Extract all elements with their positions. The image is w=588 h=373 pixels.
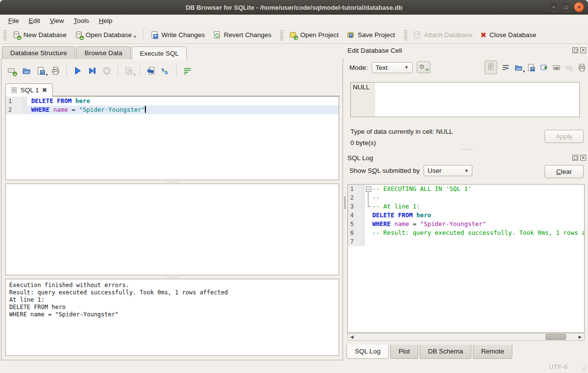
splitter-handle[interactable] <box>346 147 588 151</box>
menu-help[interactable]: Help <box>95 16 117 25</box>
sql-editor-toolbar: + ▾ ▾ ba <box>5 63 194 79</box>
save-sql-file-icon[interactable]: ▾ <box>37 66 45 75</box>
toolbar-drag-handle[interactable] <box>280 30 284 41</box>
dock-tab-plot[interactable]: Plot <box>390 345 418 359</box>
line-number: 3 <box>348 202 361 211</box>
execute-current-line-icon[interactable] <box>88 66 97 75</box>
close-icon[interactable]: × <box>574 2 584 12</box>
fold-margin <box>22 97 27 105</box>
line-number: 4 <box>348 211 361 220</box>
sql-tab-label: SQL 1 <box>20 86 39 94</box>
toolbar-drag-handle[interactable] <box>3 30 7 41</box>
sql-log-title: SQL Log <box>347 154 373 162</box>
close-panel-icon[interactable]: × <box>580 155 586 161</box>
menu-edit[interactable]: Edit <box>24 16 44 25</box>
import-apply-button[interactable]: ⚙ ➜ <box>417 62 430 73</box>
maximize-icon[interactable]: □ <box>561 2 571 12</box>
menu-view[interactable]: View <box>45 16 68 25</box>
find-replace-icon[interactable] <box>146 66 155 75</box>
edit-cell-header: Edit Database Cell × <box>346 45 588 56</box>
save-project-button[interactable]: Save Project <box>343 29 399 41</box>
save-file-icon[interactable] <box>527 63 535 72</box>
execute-sql-panel: + ▾ ▾ ba <box>1 59 343 360</box>
sql-log-header: SQL Log × <box>346 152 588 163</box>
log-line[interactable]: 1-- EXECUTING ALL IN 'SQL 1' <box>348 185 584 193</box>
editor-line[interactable]: 2WHERE name = "Spider-Youngster" <box>6 105 339 114</box>
menu-file[interactable]: File <box>4 16 23 25</box>
log-line[interactable]: 4DELETE FROM hero <box>348 211 584 220</box>
float-panel-icon[interactable] <box>572 47 578 53</box>
code-text <box>372 237 584 246</box>
tab-execute-sql[interactable]: Execute SQL <box>132 46 187 60</box>
close-tab-icon[interactable]: ✖ <box>42 86 47 94</box>
print-icon[interactable] <box>51 66 60 75</box>
word-wrap-icon[interactable] <box>183 66 192 75</box>
results-grid-pane[interactable] <box>5 184 339 275</box>
new-sql-tab-icon[interactable]: + <box>7 66 16 75</box>
write-changes-button[interactable]: Write Changes <box>146 29 209 41</box>
line-number: 2 <box>348 193 361 202</box>
dock-tab-remote[interactable]: Remote <box>473 345 512 359</box>
import-file-icon[interactable]: ▾ <box>514 63 523 72</box>
fold-margin <box>22 105 27 114</box>
submitted-by-select[interactable]: User ▼ <box>424 165 472 176</box>
clear-button[interactable]: Clear <box>545 165 584 178</box>
sql-log-view[interactable]: 1-- EXECUTING ALL IN 'SQL 1'2--3-- At li… <box>347 184 585 333</box>
splitter-handle[interactable] <box>5 275 339 279</box>
fold-margin <box>361 193 365 202</box>
log-line[interactable]: 2-- <box>348 193 584 202</box>
titlebar[interactable]: DB Browser for SQLite - /home/user/code/… <box>0 0 588 15</box>
open-database-dropdown-icon[interactable]: ▾ <box>134 34 136 39</box>
attach-database-button: Attach Database <box>409 29 477 41</box>
save-project-icon <box>346 31 355 39</box>
vertical-splitter[interactable] <box>343 44 346 361</box>
scroll-left-icon[interactable]: ◀ <box>348 333 356 340</box>
main-tabbar: Database StructureBrowse DataExecute SQL <box>0 44 344 60</box>
minimize-icon[interactable]: − <box>548 2 559 12</box>
fold-marker-icon <box>365 193 372 202</box>
code-text: -- Result: query executed successfully. … <box>372 228 585 237</box>
open-sql-file-icon[interactable] <box>22 66 31 75</box>
resize-grip-icon[interactable] <box>580 365 586 371</box>
open-external-icon[interactable] <box>540 63 548 72</box>
dock-tab-sql-log[interactable]: SQL Log <box>346 345 389 359</box>
word-wrap-icon[interactable] <box>502 63 510 72</box>
close-database-button[interactable]: ✖ Close Database <box>476 29 540 41</box>
fold-cell <box>365 228 372 237</box>
log-line[interactable]: 7 <box>348 237 584 246</box>
new-database-button[interactable]: + New Database <box>8 29 71 41</box>
float-panel-icon[interactable] <box>572 155 578 161</box>
editor-line[interactable]: 1DELETE FROM hero <box>6 97 339 105</box>
print-icon[interactable] <box>578 63 586 72</box>
splitter-handle[interactable] <box>5 180 339 184</box>
execution-message-pane[interactable]: Execution finished without errors. Resul… <box>5 279 339 356</box>
log-line[interactable]: 6-- Result: query executed successfully.… <box>348 228 584 237</box>
close-panel-icon[interactable]: × <box>580 47 586 53</box>
fold-margin <box>361 237 365 246</box>
text-view-icon[interactable] <box>485 61 497 74</box>
line-number: 2 <box>6 105 22 114</box>
encoding-indicator: UTF-8 <box>549 363 568 371</box>
cell-value-editor[interactable]: NULL <box>350 82 580 117</box>
execute-all-icon[interactable] <box>73 66 82 75</box>
tab-database-structure[interactable]: Database Structure <box>2 46 75 60</box>
auto-format-icon[interactable]: ba <box>161 66 170 75</box>
open-database-button[interactable]: ➜ Open Database ▾ <box>71 29 140 41</box>
horizontal-scrollbar[interactable]: ◀ ▶ <box>347 333 585 341</box>
fold-marker-icon[interactable] <box>365 185 372 193</box>
sql-editor[interactable]: 1DELETE FROM hero2WHERE name = "Spider-Y… <box>5 96 339 180</box>
scroll-right-icon[interactable]: ▶ <box>576 333 584 340</box>
open-project-button[interactable]: ➜ Open Project <box>285 29 343 41</box>
menu-tools[interactable]: Tools <box>69 16 94 25</box>
revert-changes-button[interactable]: Revert Changes <box>209 29 276 41</box>
sql-file-tab[interactable]: SQL 1 ✖ <box>5 83 53 97</box>
copy-link-icon[interactable] <box>552 63 561 72</box>
mode-select[interactable]: Text ▼ <box>372 62 413 73</box>
log-line[interactable]: 3-- At line 1: <box>348 202 584 211</box>
toolbar-drag-handle[interactable] <box>404 30 407 41</box>
log-line[interactable]: 5WHERE name = "Spider-Youngster" <box>348 220 584 228</box>
scrollbar-thumb[interactable] <box>546 334 566 340</box>
set-null-icon <box>565 63 573 72</box>
tab-browse-data[interactable]: Browse Data <box>76 46 130 60</box>
dock-tab-db-schema[interactable]: DB Schema <box>420 345 471 359</box>
